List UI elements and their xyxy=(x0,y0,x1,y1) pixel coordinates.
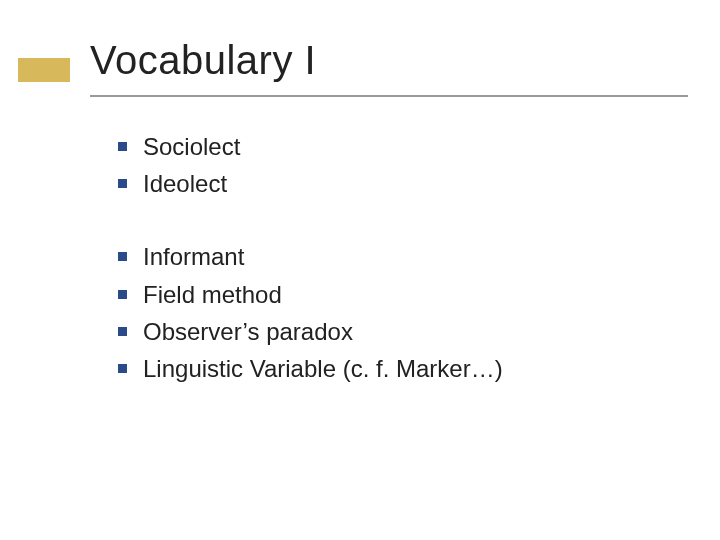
list-item: Ideolect xyxy=(118,165,678,202)
slide-title: Vocabulary I xyxy=(90,38,316,83)
list-item: Linguistic Variable (c. f. Marker…) xyxy=(118,350,678,387)
bullet-group: Informant Field method Observer’s parado… xyxy=(118,238,678,387)
title-underline xyxy=(90,95,688,97)
list-item-label: Sociolect xyxy=(143,128,240,165)
square-bullet-icon xyxy=(118,290,127,299)
square-bullet-icon xyxy=(118,252,127,261)
list-item: Sociolect xyxy=(118,128,678,165)
square-bullet-icon xyxy=(118,142,127,151)
list-item-label: Ideolect xyxy=(143,165,227,202)
square-bullet-icon xyxy=(118,179,127,188)
list-item: Observer’s paradox xyxy=(118,313,678,350)
list-item-label: Field method xyxy=(143,276,282,313)
list-item-label: Observer’s paradox xyxy=(143,313,353,350)
list-item-label: Informant xyxy=(143,238,244,275)
slide: Vocabulary I Sociolect Ideolect Informan… xyxy=(0,0,720,540)
list-item: Informant xyxy=(118,238,678,275)
square-bullet-icon xyxy=(118,364,127,373)
list-item-label: Linguistic Variable (c. f. Marker…) xyxy=(143,350,503,387)
title-accent-bar xyxy=(18,58,70,82)
slide-body: Sociolect Ideolect Informant Field metho… xyxy=(118,128,678,423)
square-bullet-icon xyxy=(118,327,127,336)
list-item: Field method xyxy=(118,276,678,313)
bullet-group: Sociolect Ideolect xyxy=(118,128,678,202)
